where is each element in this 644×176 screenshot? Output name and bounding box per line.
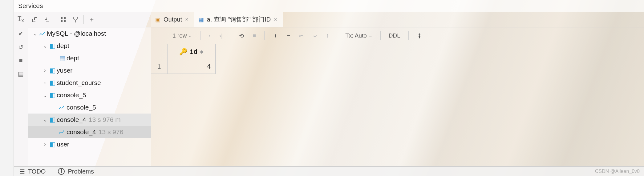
svg-rect-3 [64, 20, 66, 22]
stop-icon[interactable]: ■ [19, 57, 22, 64]
close-icon[interactable]: × [185, 16, 188, 23]
tree-item-yuser[interactable]: › ◧ yuser [28, 64, 151, 77]
grid-row[interactable]: 1 4 [151, 59, 216, 74]
rollback-icon[interactable]: ↺ [18, 43, 23, 51]
stop-button[interactable]: ■ [249, 31, 259, 40]
column-name: id [190, 48, 197, 55]
row-number: 1 [151, 59, 168, 74]
schema-icon: ◧ [49, 79, 57, 86]
datasource-icon [39, 30, 47, 37]
tree-item-console4-child[interactable]: console_4 13 s 976 [28, 126, 151, 138]
tree-item-label: dept [57, 42, 69, 50]
table-icon: ▦ [199, 16, 204, 23]
services-title: Services [18, 2, 43, 10]
chevron-right-icon[interactable]: › [41, 142, 49, 147]
schema-icon: ◧ [49, 67, 57, 74]
tab-label: Output [164, 16, 182, 23]
grid-header-row: 🔑 id ◆ [151, 44, 216, 59]
list-icon: ☰ [19, 168, 25, 175]
last-page-button[interactable]: ›| [216, 31, 226, 40]
chevron-right-icon[interactable]: › [41, 80, 49, 86]
output-icon: ▣ [155, 16, 160, 23]
toolbar-separator [408, 31, 409, 40]
tx-mode-label: Tx: Auto [345, 32, 367, 39]
chevron-right-icon[interactable]: › [41, 68, 49, 73]
tree-item-label: console_5 [57, 91, 86, 99]
close-icon[interactable]: × [274, 16, 277, 23]
tab-output[interactable]: ▣ Output × [151, 12, 194, 27]
tree-root-label: MySQL - @localhost [47, 30, 106, 37]
remove-row-button[interactable]: − [284, 31, 294, 40]
svg-rect-1 [64, 17, 66, 19]
favorites-tool-window-button[interactable]: ★ Favorites [0, 110, 2, 139]
tx-mode-button[interactable]: Tx: Auto ⌄ [342, 31, 375, 40]
chevron-down-icon: ⌄ [188, 33, 192, 38]
tree-item-label: dept [67, 54, 79, 62]
commit-check-icon[interactable]: ✔ [18, 30, 23, 37]
services-panel-body: Tx ✔ ↺ ■ ▤ ＋ [14, 12, 644, 166]
tree-item-dept[interactable]: ⌄ ◧ dept [28, 40, 151, 52]
expand-all-button[interactable] [28, 14, 41, 26]
revert-button[interactable]: ⤺ [296, 31, 307, 41]
cell-value[interactable]: 4 [168, 59, 216, 74]
tree-item-label: console_5 [67, 104, 96, 111]
tree-item-user[interactable]: › ◧ user [28, 138, 151, 150]
problems-tool-window-button[interactable]: ! Problems [58, 168, 94, 175]
left-tool-strip: ★ Favorites [0, 0, 14, 176]
schema-icon: ◧ [49, 141, 57, 148]
tree-item-console5-child[interactable]: console_5 [28, 101, 151, 114]
tree-item-console5[interactable]: ⌄ ◧ console_5 [28, 89, 151, 101]
tree-item-dept-table[interactable]: ▦ dept [28, 52, 151, 64]
tab-query[interactable]: ▦ a. 查询 "销售部" 部门ID × [194, 12, 283, 27]
next-page-button[interactable]: › [205, 31, 213, 40]
services-tree[interactable]: ⌄ MySQL - @localhost ⌄ ◧ dept ▦ dept › [28, 27, 151, 166]
layout-icon[interactable]: ▤ [18, 70, 24, 78]
tree-item-label: yuser [57, 67, 72, 74]
result-tabbar: ▣ Output × ▦ a. 查询 "销售部" 部门ID × [151, 12, 644, 27]
row-count-button[interactable]: 1 row ⌄ [169, 31, 195, 40]
tree-item-student-course[interactable]: › ◧ student_course [28, 77, 151, 89]
collapse-all-button[interactable] [41, 14, 53, 26]
add-row-button[interactable]: ＋ [269, 30, 281, 41]
submit-button[interactable]: ⤻ [310, 31, 321, 41]
schema-icon: ◧ [49, 42, 57, 50]
chevron-down-icon[interactable]: ⌄ [41, 43, 49, 49]
chevron-down-icon[interactable]: ⌄ [41, 117, 49, 123]
tree-item-console4[interactable]: ⌄ ◧ console_4 13 s 976 m [28, 114, 151, 126]
warning-icon: ! [58, 168, 65, 175]
pin-button[interactable] [414, 32, 425, 40]
services-panel: Services Tx ✔ ↺ ■ ▤ ＋ [14, 0, 644, 166]
add-button[interactable]: ＋ [86, 14, 98, 26]
sort-icon[interactable]: ◆ [200, 49, 204, 54]
reload-button[interactable]: ⟲ [236, 31, 247, 41]
filter-button[interactable] [69, 14, 82, 26]
tree-root-mysql[interactable]: ⌄ MySQL - @localhost [28, 27, 151, 40]
services-panel-header: Services [14, 0, 644, 12]
ddl-button[interactable]: DDL [386, 31, 403, 40]
row-count-label: 1 row [172, 32, 187, 39]
toolbar-separator [200, 31, 200, 40]
tree-item-label: console_4 [67, 128, 96, 136]
grid-toolbar: 1 row ⌄ › ›| ⟲ ■ ＋ − ⤺ ⤻ ↑ Tx: Auto ⌄ [151, 27, 644, 44]
group-button[interactable] [57, 14, 69, 26]
schema-icon: ◧ [49, 116, 57, 123]
svg-rect-2 [61, 20, 63, 22]
watermark: CSDN @Aileen_0v0 [595, 169, 640, 174]
todo-tool-window-button[interactable]: ☰ TODO [19, 168, 46, 175]
toolbar-separator [231, 31, 231, 40]
grid-column-header[interactable]: 🔑 id ◆ [168, 44, 216, 59]
tx-icon[interactable]: Tx [18, 15, 24, 24]
chevron-down-icon[interactable]: ⌄ [41, 92, 49, 98]
chevron-down-icon[interactable]: ⌄ [31, 31, 39, 37]
query-icon [59, 129, 67, 135]
grid-corner [151, 44, 168, 59]
tree-item-timing: 13 s 976 [99, 128, 124, 136]
result-area: ▣ Output × ▦ a. 查询 "销售部" 部门ID × 1 row ⌄ … [151, 12, 644, 166]
toolbar-separator [380, 31, 381, 40]
up-button[interactable]: ↑ [323, 31, 332, 40]
ddl-label: DDL [389, 32, 400, 39]
toolbar-separator [264, 31, 265, 40]
toolbar-separator [55, 15, 55, 24]
services-action-column: Tx ✔ ↺ ■ ▤ [14, 12, 28, 166]
data-grid[interactable]: 🔑 id ◆ 1 4 [151, 44, 216, 74]
